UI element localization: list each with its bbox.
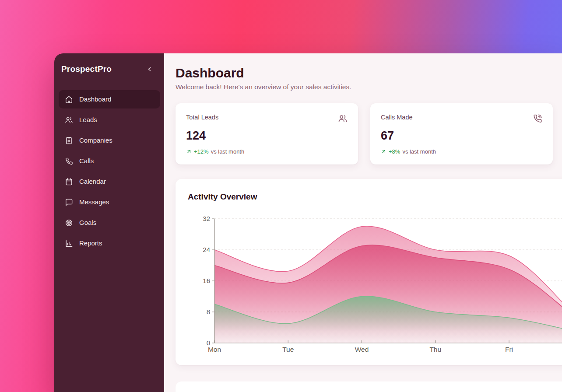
sidebar-item-calendar[interactable]: Calendar [59, 172, 160, 191]
sidebar-item-goals[interactable]: Goals [59, 214, 160, 232]
stats-row: Total Leads124+12%vs last monthCalls Mad… [176, 103, 562, 164]
stat-trend-delta: +12% [194, 148, 209, 155]
main-content: Dashboard Welcome back! Here's an overvi… [164, 53, 562, 392]
stat-trend-note: vs last month [402, 148, 436, 155]
y-axis-tick-label: 8 [207, 308, 210, 315]
sidebar-item-label: Leads [79, 116, 97, 124]
sidebar-item-dashboard[interactable]: Dashboard [59, 90, 160, 108]
stat-value: 67 [381, 129, 542, 143]
stat-label: Total Leads [186, 114, 218, 121]
page-title: Dashboard [176, 66, 562, 80]
chevron-left-icon [147, 66, 153, 72]
app-window: ProspectPro DashboardLeadsCompaniesCalls… [54, 53, 562, 392]
x-axis-tick-label: Tue [282, 346, 294, 353]
sidebar-item-leads[interactable]: Leads [59, 111, 160, 129]
stat-card-total-leads: Total Leads124+12%vs last month [176, 103, 358, 164]
arrow-up-right-icon [381, 149, 386, 154]
sidebar-item-label: Reports [79, 239, 102, 248]
sidebar-item-label: Goals [79, 218, 96, 227]
sidebar-item-label: Calendar [79, 177, 106, 186]
sidebar-item-reports[interactable]: Reports [59, 234, 160, 252]
message-icon [65, 198, 73, 206]
stat-trend-delta: +8% [389, 148, 400, 155]
sidebar-collapse-button[interactable] [145, 65, 154, 74]
home-icon [65, 95, 73, 104]
calendar-icon [65, 178, 73, 186]
sidebar-item-companies[interactable]: Companies [59, 131, 160, 150]
x-axis-tick-label: Wed [355, 346, 369, 353]
sidebar-item-label: Companies [79, 136, 112, 145]
target-icon [65, 219, 73, 227]
stat-card-calls-made: Calls Made67+8%vs last month [370, 103, 553, 164]
sidebar-item-label: Messages [79, 198, 109, 206]
next-section-card [176, 382, 562, 392]
stat-label: Calls Made [381, 114, 413, 121]
app-brand: ProspectPro [61, 64, 112, 74]
y-axis-tick-label: 24 [203, 246, 210, 253]
stat-trend: +12%vs last month [186, 148, 348, 155]
activity-overview-card: Activity Overview 08162432MonTueWedThuFr… [176, 179, 562, 365]
y-axis-tick-label: 32 [203, 215, 210, 222]
phone-call-icon [533, 114, 542, 123]
bar-chart-icon [65, 239, 73, 248]
sidebar: ProspectPro DashboardLeadsCompaniesCalls… [54, 53, 164, 392]
stat-trend: +8%vs last month [381, 148, 542, 155]
sidebar-header: ProspectPro [59, 64, 160, 74]
sidebar-nav: DashboardLeadsCompaniesCallsCalendarMess… [59, 90, 160, 252]
users-icon [65, 116, 73, 124]
x-axis-tick-label: Mon [208, 346, 221, 353]
page-subtitle: Welcome back! Here's an overview of your… [176, 83, 562, 91]
sidebar-item-messages[interactable]: Messages [59, 193, 160, 211]
stat-trend-note: vs last month [211, 148, 245, 155]
activity-area-chart: 08162432MonTueWedThuFri [176, 179, 562, 365]
phone-icon [65, 157, 73, 165]
users-icon [338, 114, 348, 123]
sidebar-item-calls[interactable]: Calls [59, 152, 160, 170]
y-axis-tick-label: 16 [203, 277, 210, 284]
x-axis-tick-label: Thu [429, 346, 441, 353]
sidebar-item-label: Dashboard [79, 95, 111, 104]
sidebar-item-label: Calls [79, 157, 94, 165]
arrow-up-right-icon [186, 149, 192, 154]
x-axis-tick-label: Fri [505, 346, 513, 353]
stat-value: 124 [186, 129, 348, 143]
building-icon [65, 136, 73, 145]
